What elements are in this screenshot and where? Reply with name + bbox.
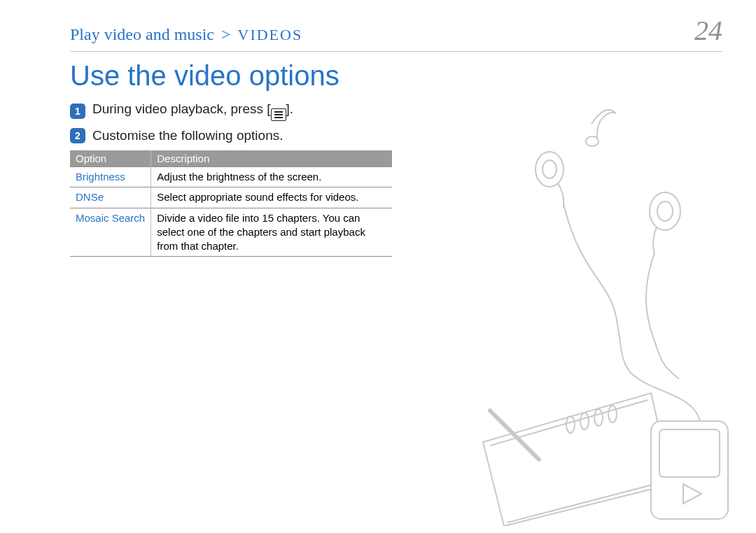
svg-marker-11 xyxy=(683,484,701,504)
svg-rect-10 xyxy=(659,429,720,477)
table-row: DNSe Select appropriate sound effects fo… xyxy=(70,187,392,208)
svg-point-6 xyxy=(580,413,589,429)
breadcrumb-section: VIDEOS xyxy=(238,26,303,43)
step-2: 2 Customise the following options. xyxy=(70,128,722,143)
svg-point-2 xyxy=(542,160,556,178)
step-text-before: During video playback, press [ xyxy=(92,101,271,116)
option-desc: Adjust the brightness of the screen. xyxy=(151,167,392,187)
table-row: Brightness Adjust the brightness of the … xyxy=(70,167,392,187)
steps-list: 1 During video playback, press []. 2 Cus… xyxy=(70,101,722,143)
col-description: Description xyxy=(151,150,392,167)
step-text: Customise the following options. xyxy=(92,128,283,143)
options-table: Option Description Brightness Adjust the… xyxy=(70,150,392,257)
svg-point-4 xyxy=(657,201,673,221)
svg-point-3 xyxy=(650,192,680,230)
breadcrumb: Play video and music > VIDEOS xyxy=(70,25,302,44)
option-desc: Select appropriate sound effects for vid… xyxy=(151,187,392,208)
option-name: Mosaic Search xyxy=(70,208,151,257)
option-desc: Divide a video file into 15 chapters. Yo… xyxy=(151,208,392,257)
table-row: Mosaic Search Divide a video file into 1… xyxy=(70,208,392,257)
step-1: 1 During video playback, press []. xyxy=(70,101,722,121)
breadcrumb-separator: > xyxy=(218,25,234,43)
header-rule xyxy=(70,51,722,52)
illustration-earbuds-notebook-player-icon xyxy=(441,92,742,526)
svg-point-1 xyxy=(536,152,564,187)
option-name: DNSe xyxy=(70,187,151,208)
svg-point-7 xyxy=(594,409,603,426)
menu-icon xyxy=(271,108,286,121)
step-text-after: ]. xyxy=(286,101,294,116)
col-option: Option xyxy=(70,150,151,167)
page-title: Use the video options xyxy=(70,60,722,92)
step-text: During video playback, press []. xyxy=(92,101,293,121)
svg-rect-9 xyxy=(651,421,728,519)
svg-point-5 xyxy=(566,416,575,433)
option-name: Brightness xyxy=(70,167,151,187)
breadcrumb-main: Play video and music xyxy=(70,25,214,43)
step-badge: 1 xyxy=(70,104,85,119)
page-number: 24 xyxy=(694,14,722,47)
step-badge: 2 xyxy=(70,128,85,143)
svg-point-8 xyxy=(608,406,617,422)
